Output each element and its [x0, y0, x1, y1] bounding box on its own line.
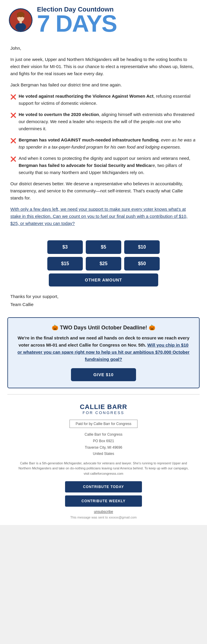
donate-other-button[interactable]: OTHER AMOUNT — [49, 273, 158, 286]
cta-box-title: 🎃 TWO Days Until October Deadline! 🎃 — [17, 324, 190, 331]
svg-point-5 — [15, 23, 26, 31]
cta-link-text[interactable]: With only a few days left, we need your … — [10, 206, 197, 227]
header-text: Election Day Countdown 7 DAYS — [37, 6, 117, 34]
body-paragraph-2: Jack Bergman has failed our district tim… — [10, 81, 197, 88]
give-10-button[interactable]: GIVE $10 — [71, 368, 136, 381]
bullet-item-2: ❌ He voted to overturn the 2020 election… — [10, 111, 197, 132]
contribute-weekly-button[interactable]: CONTRIBUTE WEEKLY — [65, 495, 142, 507]
donate-3-button[interactable]: $3 — [47, 240, 83, 254]
body-paragraph-3: Our district deserves better. We deserve… — [10, 180, 197, 202]
bullet-item-3: ❌ Bergman has voted AGAINST much-needed … — [10, 136, 197, 151]
bullet-text-3: Bergman has voted AGAINST much-needed in… — [19, 136, 197, 151]
signoff-line1: Thanks for your support, — [10, 292, 197, 300]
email-body: John, In just one week, Upper and Northe… — [0, 39, 207, 240]
greeting: John, — [10, 45, 197, 52]
footer-paid-for: Paid for by Callie Barr for Congress — [69, 420, 138, 428]
footer-message: This message was sent to xxxxxx@gmail.co… — [10, 516, 197, 519]
bullet-text-2: He voted to overturn the 2020 election, … — [19, 111, 197, 132]
footer-bio: Callie Barr is a 5th-generation Michigan… — [18, 461, 189, 476]
avatar-image — [10, 9, 32, 31]
signoff-section: Thanks for your support, Team Callie — [0, 292, 207, 314]
svg-rect-6 — [20, 21, 22, 23]
header-days: 7 DAYS — [37, 13, 117, 34]
bullet-text-1: He voted against reauthorizing the Viole… — [19, 93, 197, 107]
donate-5-button[interactable]: $5 — [86, 240, 121, 254]
section-divider — [7, 394, 200, 395]
signoff-line2: Team Callie — [10, 300, 197, 308]
donation-row-1: $3 $5 $10 — [47, 240, 160, 254]
svg-rect-4 — [23, 15, 24, 17]
x-icon-2: ❌ — [10, 112, 16, 119]
body-paragraph-1: In just one week, Upper and Northern Mic… — [10, 56, 197, 77]
bullet-item-1: ❌ He voted against reauthorizing the Vio… — [10, 93, 197, 107]
cta-box: 🎃 TWO Days Until October Deadline! 🎃 We'… — [7, 317, 200, 388]
email-footer: CALLIE BARR FOR CONGRESS Paid for by Cal… — [0, 400, 207, 525]
donate-50-button[interactable]: $50 — [124, 257, 160, 271]
x-icon-3: ❌ — [10, 137, 16, 145]
svg-rect-3 — [17, 15, 19, 17]
contribute-today-button[interactable]: CONTRIBUTE TODAY — [65, 481, 142, 492]
donate-25-button[interactable]: $25 — [86, 257, 121, 271]
footer-logo-sub: FOR CONGRESS — [10, 410, 197, 415]
unsubscribe-link[interactable]: unsubscribe — [10, 510, 197, 514]
bullet-item-4: ❌ And when it comes to protecting the di… — [10, 155, 197, 176]
footer-address: Callie Barr for Congress PO Box 6921 Tra… — [10, 432, 197, 457]
donate-10-button[interactable]: $10 — [124, 240, 160, 254]
donation-row-2: $15 $25 $50 — [47, 257, 160, 271]
bullet-text-4: And when it comes to protecting the dign… — [19, 155, 197, 176]
cta-box-body: We're in the final stretch and we need a… — [17, 334, 190, 363]
footer-logo-name: CALLIE BARR — [10, 403, 197, 410]
donate-15-button[interactable]: $15 — [47, 257, 83, 271]
x-icon-4: ❌ — [10, 155, 16, 163]
candidate-logo — [9, 8, 33, 32]
donation-buttons-section: $3 $5 $10 $15 $25 $50 OTHER AMOUNT — [0, 240, 207, 286]
donation-row-3: OTHER AMOUNT — [49, 273, 158, 286]
email-header: Election Day Countdown 7 DAYS — [0, 0, 207, 39]
x-icon-1: ❌ — [10, 93, 16, 101]
